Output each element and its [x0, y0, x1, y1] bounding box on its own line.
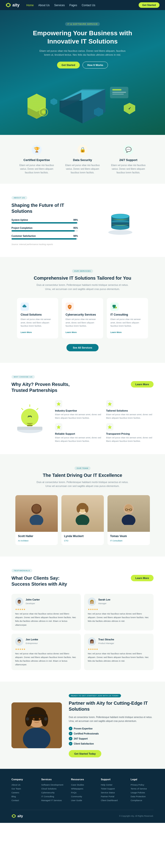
footer-link-privacy[interactable]: Privacy Policy	[131, 783, 154, 786]
svg-point-14	[42, 110, 45, 114]
footer-logo[interactable]: aity	[11, 814, 23, 818]
stat-completion-fill	[11, 230, 75, 231]
why-learn-more-button[interactable]: Learn More	[131, 381, 154, 388]
testimonials-learn-more-button[interactable]: Learn More	[131, 575, 154, 581]
svg-point-70	[33, 718, 35, 720]
footer-link-cloud[interactable]: Cloud Solutions	[41, 787, 64, 790]
svg-text:💬: 💬	[126, 147, 132, 153]
cta-image	[11, 703, 62, 748]
testimonial-traci: 👩🏽 Traci Strache Product Manager ★★★★★ N…	[84, 634, 154, 670]
footer-link-compliance[interactable]: Compliance	[131, 799, 154, 802]
sarah-role: Manager	[98, 602, 107, 604]
about-label: ABOUT US	[11, 196, 27, 199]
hero-get-started-button[interactable]: Get Started	[57, 62, 80, 68]
traci-name: Traci Strache	[98, 638, 114, 641]
footer: Company About Us Our Team Careers Blog C…	[0, 769, 165, 823]
footer-link-consulting[interactable]: IT Consulting	[41, 795, 64, 798]
svg-text:✓: ✓	[128, 106, 131, 111]
jon-stars: ★★★★★	[15, 648, 77, 650]
logo[interactable]: aity	[5, 2, 20, 8]
hero-how-it-works-button[interactable]: How It Works	[82, 62, 108, 68]
svg-point-31	[111, 214, 130, 219]
footer-link-ticket[interactable]: Ticket Support	[101, 787, 124, 790]
svg-rect-10	[112, 89, 121, 90]
footer-link-sw-dev[interactable]: Software Development	[41, 783, 64, 786]
check-icon-2: ✓	[69, 732, 73, 735]
svg-rect-11	[112, 92, 126, 93]
nav-services[interactable]: Services	[54, 4, 65, 7]
feature-security-desc: Etiam vel purus vitae nisi faucibus vari…	[62, 163, 103, 175]
nav-home[interactable]: Home	[26, 4, 34, 7]
nav-pages[interactable]: Pages	[69, 4, 77, 7]
footer-col-resources: Resources Case Studies Whitepapers FAQs …	[71, 778, 94, 803]
sarah-stars: ★★★★★	[88, 608, 150, 611]
footer-link-careers[interactable]: Careers	[11, 791, 34, 794]
why-item-support: Reliable Support Etiam vel purus vitae n…	[55, 423, 103, 443]
footer-link-usage[interactable]: Usage Policies	[131, 791, 154, 794]
stat-uptime: System Uptime 99%	[11, 219, 78, 223]
why-header: WHY CHOOSE US Why Aity? Proven Results, …	[11, 374, 154, 393]
see-all-services-button[interactable]: See All Services	[66, 344, 99, 351]
footer-copyright: © Copyright Aity. All Rights Reserved.	[119, 815, 154, 817]
cloud-solutions-learn-more[interactable]: Learn More	[21, 331, 32, 334]
service-card-cybersecurity: Cybersecurity Services Etiam vel purus v…	[62, 298, 103, 339]
jon-avatar: 👨🏻	[15, 638, 23, 646]
feature-security-title: Data Security	[62, 158, 103, 162]
cybersecurity-learn-more[interactable]: Learn More	[65, 331, 77, 334]
cloud-solutions-icon	[21, 303, 29, 311]
svg-point-48	[30, 515, 43, 525]
consulting-desc: Etiam vel purus vitae nisi aenean amet, …	[110, 318, 144, 328]
sarah-testimonial: Nec vel purus vitae nisi faucibus varius…	[88, 612, 150, 623]
footer-link-partner[interactable]: Partner Portal	[101, 795, 124, 798]
why-header-left: WHY CHOOSE US Why Aity? Proven Results, …	[11, 374, 131, 393]
footer-link-community[interactable]: Community	[71, 795, 94, 798]
svg-marker-46	[108, 425, 112, 429]
cta-get-started-button[interactable]: Get Started Today	[69, 750, 101, 757]
testimonials-header: TESTIMONIALS What Our Clients Say: Succe…	[11, 568, 154, 587]
footer-link-user-guide[interactable]: User Guide	[71, 799, 94, 802]
footer-link-contact[interactable]: Contact	[11, 799, 34, 802]
about-source: Source: Internal performance tracking re…	[11, 243, 78, 246]
john-testimonial: Nec vel purus vitae nisi faucibus varius…	[15, 612, 77, 627]
footer-link-terms[interactable]: Terms of Service	[131, 787, 154, 790]
lynda-info: Lynda Wuckert CTO	[61, 532, 104, 545]
footer-link-cyber[interactable]: Cybersecurity	[41, 791, 64, 794]
footer-link-about[interactable]: About Us	[11, 783, 34, 786]
svg-rect-39	[27, 425, 32, 426]
footer-link-dashboard[interactable]: Client Dashboard	[101, 799, 124, 802]
footer-link-help[interactable]: Help Center	[101, 783, 124, 786]
nav-cta-button[interactable]: Get Started	[139, 2, 160, 8]
footer-link-faqs[interactable]: FAQs	[71, 791, 94, 794]
cta-checks: ✓ Proven Expertise ✓ Certified Professio…	[69, 727, 154, 745]
john-info: John Carter Developer	[26, 598, 40, 605]
svg-rect-12	[112, 94, 124, 95]
nav-about[interactable]: About Us	[38, 4, 50, 7]
footer-link-blog[interactable]: Blog	[11, 795, 34, 798]
nav-contact[interactable]: Contact Us	[82, 4, 95, 7]
feature-certified-title: Certified Expertise	[16, 158, 57, 162]
cta-section: READY TO GET STARTED? JOIN WITH US TODAY…	[0, 682, 165, 769]
svg-line-41	[37, 408, 38, 410]
why-grid: Industry Expertise Etiam vel purus vitae…	[55, 400, 154, 443]
check-icon-4: ✓	[69, 742, 73, 745]
feature-support-desc: Etiam vel purus vitae nisi faucibus vari…	[108, 163, 149, 175]
transparent-pricing-icon	[106, 423, 113, 431]
footer-link-case-studies[interactable]: Case Studies	[71, 783, 94, 786]
testimonials-header-left: TESTIMONIALS What Our Clients Say: Succe…	[11, 568, 71, 587]
stat-satisfaction-fill	[11, 238, 77, 240]
footer-link-whitepapers[interactable]: Whitepapers	[71, 787, 94, 790]
consulting-learn-more[interactable]: Learn More	[110, 331, 122, 334]
john-role: Developer	[26, 602, 35, 604]
john-stars: ★★★★★	[15, 608, 77, 611]
footer-link-data-protection[interactable]: Data Protection	[131, 795, 154, 798]
stat-uptime-track	[11, 222, 78, 223]
cta-content: READY TO GET STARTED? JOIN WITH US TODAY…	[69, 693, 154, 757]
testimonials-title: What Our Clients Say: Success Stories wi…	[11, 575, 71, 587]
footer-link-status[interactable]: Service Status	[101, 791, 124, 794]
why-item-expertise: Industry Expertise Etiam vel purus vitae…	[55, 400, 103, 420]
footer-link-managed[interactable]: Managed IT Services	[41, 799, 64, 802]
footer-link-team[interactable]: Our Team	[11, 787, 34, 790]
team-card-lynda: Lynda Wuckert CTO	[61, 495, 104, 545]
services-grid: Cloud Solutions Etiam vel purus vitae ni…	[11, 298, 154, 339]
stat-completion: Project Completion 95%	[11, 227, 78, 231]
